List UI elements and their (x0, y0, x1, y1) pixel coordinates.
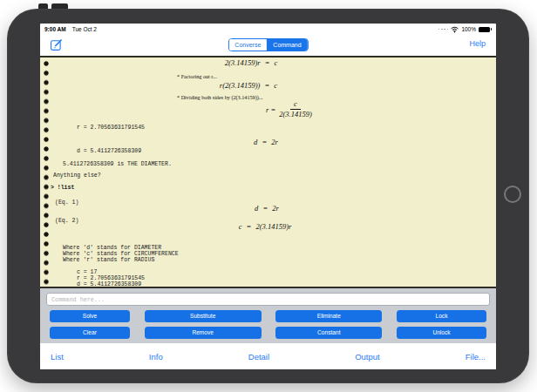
screenshot-canvas: 9:00 AM Tue Oct 2 100% (0, 0, 537, 392)
constant-button[interactable]: Constant (275, 327, 382, 339)
command-buttons-row2: Clear Remove Constant Unlock (50, 327, 486, 339)
battery-percent: 100% (461, 26, 476, 32)
help-button[interactable]: Help (469, 39, 486, 48)
transcript-line: d = 5.4112726358309 (77, 148, 141, 154)
unlock-button[interactable]: Unlock (397, 327, 486, 339)
transcript-line: d = 5.4112726358309 (77, 281, 141, 287)
segment-command[interactable]: Command (267, 39, 307, 51)
transcript-line: Where 'd' stands for DIAMETER (63, 245, 161, 251)
cellular-signal-icon (438, 29, 449, 30)
command-buttons-row1: Solve Substitute Eliminate Lock (50, 310, 486, 322)
home-button[interactable] (504, 186, 521, 203)
spiral-binding-icon (42, 59, 51, 287)
fraction-denominator: 2(3.14159) (279, 110, 312, 118)
transcript-line: 5.4112726358309 is THE DIAMETER. (63, 161, 172, 167)
status-date: Tue Oct 2 (72, 26, 97, 32)
mode-segmented-control: Converse Command (228, 38, 308, 51)
transcript-line: Anything else? (53, 172, 101, 179)
nav-toolbar: Converse Command Help (40, 35, 496, 56)
battery-icon (479, 27, 490, 32)
transcript-line: 2(3.14159)r = c (225, 58, 278, 67)
transcript-line: d = 2r (254, 138, 278, 146)
transcript-prompt-line: > !list (51, 185, 74, 191)
command-panel: Solve Substitute Eliminate Lock Clear Re… (40, 288, 496, 343)
app-screen: 9:00 AM Tue Oct 2 100% (40, 24, 496, 369)
transcript-line: r = 2.70563631791545 (77, 125, 145, 131)
lock-button[interactable]: Lock (397, 310, 486, 322)
substitute-button[interactable]: Substitute (145, 310, 262, 322)
clear-button[interactable]: Clear (50, 327, 130, 339)
transcript-line: Where 'c' stands for CIRCUMFERENCE (63, 251, 179, 257)
segment-converse[interactable]: Converse (228, 39, 267, 51)
status-time: 9:00 AM (44, 26, 66, 32)
info-button[interactable]: Info (149, 352, 163, 362)
bottom-toolbar: List Info Detail Output File... (40, 343, 496, 369)
transcript-pad[interactable]: 2(3.14159)r = c * Factoring out r... r(2… (40, 56, 496, 288)
transcript-line: r = 2.70563631791545 (77, 275, 145, 281)
list-button[interactable]: List (51, 352, 64, 362)
transcript-line: (Eq. 2) (55, 218, 78, 224)
transcript-line: Where 'r' stands for RADIUS (63, 257, 154, 263)
transcript-line: c = 17 (77, 269, 97, 275)
wifi-icon (451, 26, 459, 33)
transcript-line: c = 2(3.14159)r (239, 222, 292, 231)
fraction-numerator: c (290, 100, 301, 110)
solve-button[interactable]: Solve (50, 310, 130, 322)
compose-icon[interactable] (50, 38, 63, 51)
transcript-line: d = 2r (255, 204, 279, 213)
transcript-line: * Factoring out r... (177, 73, 217, 79)
eliminate-button[interactable]: Eliminate (275, 310, 382, 322)
transcript-line: (Eq. 1) (55, 199, 78, 206)
command-input[interactable] (46, 293, 490, 306)
file-button[interactable]: File... (466, 352, 486, 362)
remove-button[interactable]: Remove (145, 327, 262, 339)
output-button[interactable]: Output (355, 352, 380, 362)
fraction-lhs: r = (266, 105, 275, 114)
transcript-line: r(2(3.14159)) = c (220, 81, 277, 90)
transcript-line: * Dividing both sides by (2(3.14159))... (177, 94, 262, 100)
detail-button[interactable]: Detail (248, 352, 269, 362)
transcript-fraction: r = c 2(3.14159) (266, 100, 312, 119)
status-bar: 9:00 AM Tue Oct 2 100% (40, 24, 496, 35)
ipad-bezel: 9:00 AM Tue Oct 2 100% (7, 9, 529, 383)
